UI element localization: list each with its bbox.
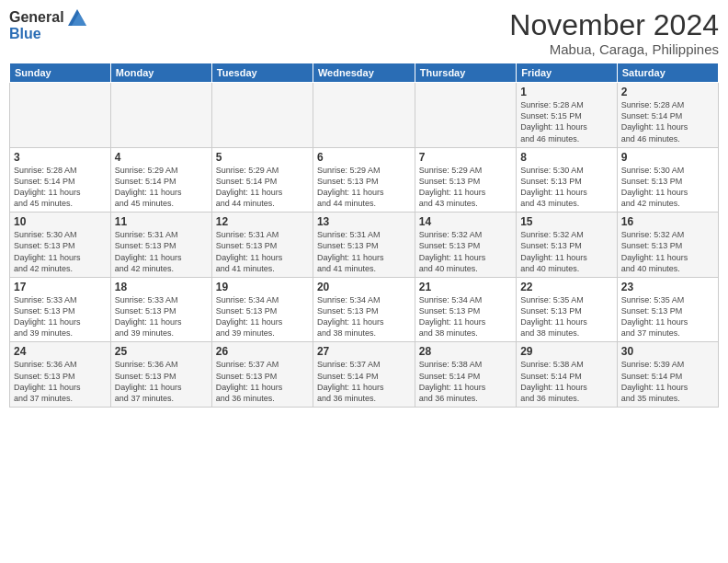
day-info: Sunrise: 5:35 AM Sunset: 5:13 PM Dayligh… <box>621 294 714 339</box>
calendar-cell: 9Sunrise: 5:30 AM Sunset: 5:13 PM Daylig… <box>617 147 718 213</box>
calendar-cell: 25Sunrise: 5:36 AM Sunset: 5:13 PM Dayli… <box>110 342 211 408</box>
calendar-cell: 4Sunrise: 5:29 AM Sunset: 5:14 PM Daylig… <box>110 147 211 213</box>
calendar-cell: 30Sunrise: 5:39 AM Sunset: 5:14 PM Dayli… <box>617 342 718 408</box>
day-info: Sunrise: 5:38 AM Sunset: 5:14 PM Dayligh… <box>419 359 512 404</box>
calendar-cell: 26Sunrise: 5:37 AM Sunset: 5:13 PM Dayli… <box>211 342 313 408</box>
day-info: Sunrise: 5:39 AM Sunset: 5:14 PM Dayligh… <box>621 359 714 404</box>
day-number: 29 <box>520 345 613 358</box>
calendar-cell: 15Sunrise: 5:32 AM Sunset: 5:13 PM Dayli… <box>517 213 618 278</box>
calendar-cell: 22Sunrise: 5:35 AM Sunset: 5:13 PM Dayli… <box>517 277 618 342</box>
calendar-cell: 17Sunrise: 5:33 AM Sunset: 5:13 PM Dayli… <box>10 277 111 342</box>
calendar-week-row: 10Sunrise: 5:30 AM Sunset: 5:13 PM Dayli… <box>10 213 719 278</box>
day-info: Sunrise: 5:34 AM Sunset: 5:13 PM Dayligh… <box>317 294 411 339</box>
calendar-cell: 5Sunrise: 5:29 AM Sunset: 5:14 PM Daylig… <box>211 147 313 213</box>
day-info: Sunrise: 5:29 AM Sunset: 5:13 PM Dayligh… <box>317 165 411 210</box>
day-number: 4 <box>115 151 208 164</box>
calendar-cell: 23Sunrise: 5:35 AM Sunset: 5:13 PM Dayli… <box>617 277 718 342</box>
day-number: 26 <box>216 345 309 358</box>
title-block: November 2024 Mabua, Caraga, Philippines <box>509 9 719 57</box>
page-subtitle: Mabua, Caraga, Philippines <box>509 41 719 57</box>
page: General Blue November 2024 Mabua, Caraga… <box>0 0 728 563</box>
day-info: Sunrise: 5:33 AM Sunset: 5:13 PM Dayligh… <box>115 294 208 339</box>
day-info: Sunrise: 5:31 AM Sunset: 5:13 PM Dayligh… <box>317 229 411 274</box>
day-info: Sunrise: 5:30 AM Sunset: 5:13 PM Dayligh… <box>621 165 714 210</box>
calendar-cell <box>10 83 111 148</box>
logo: General Blue <box>9 9 86 42</box>
day-info: Sunrise: 5:33 AM Sunset: 5:13 PM Dayligh… <box>14 294 107 339</box>
day-number: 21 <box>419 281 512 293</box>
calendar-table: SundayMondayTuesdayWednesdayThursdayFrid… <box>9 63 719 408</box>
calendar-cell <box>110 83 211 148</box>
day-info: Sunrise: 5:29 AM Sunset: 5:14 PM Dayligh… <box>216 165 309 210</box>
day-number: 20 <box>317 281 411 293</box>
calendar-cell: 12Sunrise: 5:31 AM Sunset: 5:13 PM Dayli… <box>211 213 313 278</box>
day-number: 25 <box>115 345 208 358</box>
calendar-cell: 20Sunrise: 5:34 AM Sunset: 5:13 PM Dayli… <box>313 277 415 342</box>
day-number: 24 <box>14 345 107 358</box>
day-number: 3 <box>14 151 107 164</box>
day-info: Sunrise: 5:34 AM Sunset: 5:13 PM Dayligh… <box>419 294 512 339</box>
day-info: Sunrise: 5:36 AM Sunset: 5:13 PM Dayligh… <box>115 359 208 404</box>
calendar-cell: 11Sunrise: 5:31 AM Sunset: 5:13 PM Dayli… <box>110 213 211 278</box>
day-number: 23 <box>621 281 714 293</box>
weekday-row: SundayMondayTuesdayWednesdayThursdayFrid… <box>10 63 719 83</box>
day-info: Sunrise: 5:28 AM Sunset: 5:15 PM Dayligh… <box>520 99 613 144</box>
day-number: 5 <box>216 151 309 164</box>
day-number: 27 <box>317 345 411 358</box>
header: General Blue November 2024 Mabua, Caraga… <box>9 9 719 57</box>
calendar-cell: 16Sunrise: 5:32 AM Sunset: 5:13 PM Dayli… <box>617 213 718 278</box>
day-info: Sunrise: 5:37 AM Sunset: 5:13 PM Dayligh… <box>216 359 309 404</box>
calendar-cell: 19Sunrise: 5:34 AM Sunset: 5:13 PM Dayli… <box>211 277 313 342</box>
weekday-header-sunday: Sunday <box>10 63 111 83</box>
calendar-week-row: 1Sunrise: 5:28 AM Sunset: 5:15 PM Daylig… <box>10 83 719 148</box>
day-info: Sunrise: 5:31 AM Sunset: 5:13 PM Dayligh… <box>115 229 208 274</box>
day-info: Sunrise: 5:32 AM Sunset: 5:13 PM Dayligh… <box>419 229 512 274</box>
calendar-cell: 1Sunrise: 5:28 AM Sunset: 5:15 PM Daylig… <box>517 83 618 148</box>
calendar-cell: 18Sunrise: 5:33 AM Sunset: 5:13 PM Dayli… <box>110 277 211 342</box>
weekday-header-saturday: Saturday <box>617 63 718 83</box>
day-info: Sunrise: 5:37 AM Sunset: 5:14 PM Dayligh… <box>317 359 411 404</box>
day-number: 9 <box>621 151 714 164</box>
day-number: 18 <box>115 281 208 293</box>
day-number: 8 <box>520 151 613 164</box>
calendar-cell: 24Sunrise: 5:36 AM Sunset: 5:13 PM Dayli… <box>10 342 111 408</box>
calendar-cell: 28Sunrise: 5:38 AM Sunset: 5:14 PM Dayli… <box>415 342 516 408</box>
day-number: 30 <box>621 345 714 358</box>
calendar-header: SundayMondayTuesdayWednesdayThursdayFrid… <box>10 63 719 83</box>
day-info: Sunrise: 5:35 AM Sunset: 5:13 PM Dayligh… <box>520 294 613 339</box>
day-number: 13 <box>317 215 411 228</box>
day-info: Sunrise: 5:32 AM Sunset: 5:13 PM Dayligh… <box>520 229 613 274</box>
calendar-cell <box>313 83 415 148</box>
day-number: 15 <box>520 215 613 228</box>
calendar-cell <box>415 83 516 148</box>
day-number: 19 <box>216 281 309 293</box>
logo-general-text: General <box>9 9 64 26</box>
day-number: 7 <box>419 151 512 164</box>
calendar-cell <box>211 83 313 148</box>
weekday-header-wednesday: Wednesday <box>313 63 415 83</box>
calendar-cell: 10Sunrise: 5:30 AM Sunset: 5:13 PM Dayli… <box>10 213 111 278</box>
calendar-body: 1Sunrise: 5:28 AM Sunset: 5:15 PM Daylig… <box>10 83 719 408</box>
calendar-cell: 13Sunrise: 5:31 AM Sunset: 5:13 PM Dayli… <box>313 213 415 278</box>
day-number: 6 <box>317 151 411 164</box>
calendar-cell: 2Sunrise: 5:28 AM Sunset: 5:14 PM Daylig… <box>617 83 718 148</box>
day-number: 10 <box>14 215 107 228</box>
day-number: 1 <box>520 86 613 98</box>
day-info: Sunrise: 5:28 AM Sunset: 5:14 PM Dayligh… <box>621 99 714 144</box>
weekday-header-tuesday: Tuesday <box>211 63 313 83</box>
day-info: Sunrise: 5:36 AM Sunset: 5:13 PM Dayligh… <box>14 359 107 404</box>
day-info: Sunrise: 5:28 AM Sunset: 5:14 PM Dayligh… <box>14 165 107 210</box>
day-number: 28 <box>419 345 512 358</box>
page-title: November 2024 <box>509 9 719 41</box>
day-info: Sunrise: 5:30 AM Sunset: 5:13 PM Dayligh… <box>520 165 613 210</box>
day-number: 11 <box>115 215 208 228</box>
day-number: 22 <box>520 281 613 293</box>
logo-blue-text: Blue <box>9 26 86 42</box>
weekday-header-monday: Monday <box>110 63 211 83</box>
calendar-cell: 29Sunrise: 5:38 AM Sunset: 5:14 PM Dayli… <box>517 342 618 408</box>
day-info: Sunrise: 5:29 AM Sunset: 5:14 PM Dayligh… <box>115 165 208 210</box>
day-number: 17 <box>14 281 107 293</box>
day-number: 14 <box>419 215 512 228</box>
calendar-cell: 21Sunrise: 5:34 AM Sunset: 5:13 PM Dayli… <box>415 277 516 342</box>
calendar-cell: 3Sunrise: 5:28 AM Sunset: 5:14 PM Daylig… <box>10 147 111 213</box>
